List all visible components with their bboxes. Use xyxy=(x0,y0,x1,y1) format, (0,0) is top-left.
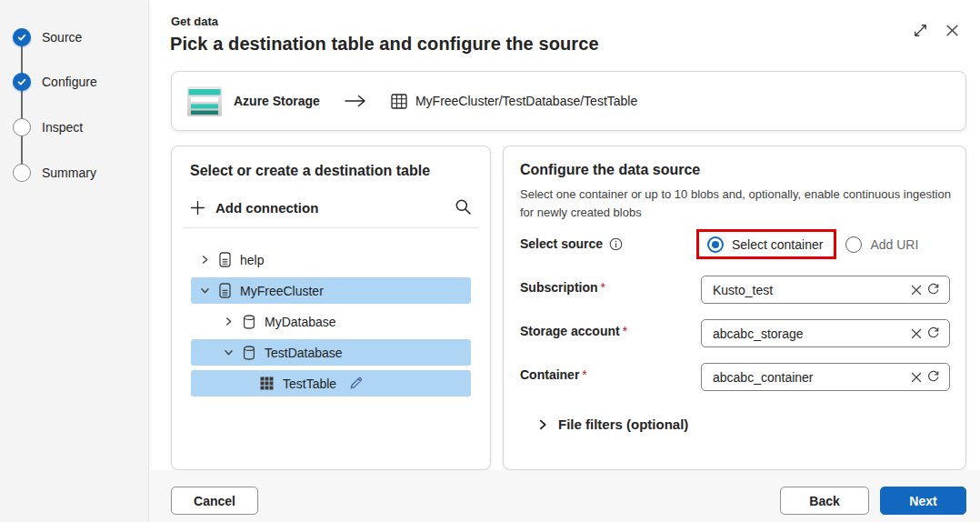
cluster-icon xyxy=(219,252,231,267)
subscription-field[interactable] xyxy=(701,276,950,304)
tree-item-label: TestTable xyxy=(283,376,336,391)
close-icon xyxy=(945,24,959,37)
container-input[interactable] xyxy=(713,370,908,385)
chevron-down-icon[interactable] xyxy=(224,347,235,357)
search-icon xyxy=(455,198,475,216)
info-icon xyxy=(609,237,623,251)
configure-panel: Configure the data source Select one con… xyxy=(503,146,966,470)
step-empty-icon xyxy=(13,118,31,136)
storage-account-label: Storage account* xyxy=(520,324,627,338)
next-button[interactable]: Next xyxy=(880,487,966,515)
step-label: Summary xyxy=(42,164,96,182)
file-filters-label: File filters (optional) xyxy=(558,417,688,432)
file-filters-expander[interactable]: File filters (optional) xyxy=(537,417,688,432)
cancel-button[interactable]: Cancel xyxy=(171,487,258,515)
pencil-icon xyxy=(348,376,364,391)
clear-subscription-button[interactable] xyxy=(908,282,925,298)
arrow-right-icon xyxy=(344,94,367,108)
table-icon xyxy=(260,376,274,390)
configure-panel-description: Select one container or up to 10 blobs a… xyxy=(520,186,955,222)
step-empty-icon xyxy=(13,164,31,182)
dialog-footer: Cancel Back Next xyxy=(149,470,980,522)
clear-icon xyxy=(910,371,923,384)
chevron-right-icon[interactable] xyxy=(200,255,211,265)
tree-item-help[interactable]: help xyxy=(191,246,471,273)
stepper-sidebar: Source Configure Inspect Summary xyxy=(0,0,149,522)
subscription-input[interactable] xyxy=(713,283,908,297)
clear-icon xyxy=(910,284,923,296)
storage-account-field[interactable] xyxy=(701,319,950,347)
source-name: Azure Storage xyxy=(234,94,320,108)
required-marker: * xyxy=(582,367,586,382)
edit-table-button[interactable] xyxy=(348,376,364,391)
stepper-step-inspect[interactable]: Inspect xyxy=(0,118,149,136)
add-connection-label: Add connection xyxy=(215,200,318,216)
radio-add-uri[interactable] xyxy=(845,236,862,253)
select-source-label: Select source xyxy=(520,236,603,251)
container-label: Container* xyxy=(520,367,587,382)
close-dialog-button[interactable] xyxy=(942,20,962,40)
tree-item-testdatabase[interactable]: TestDatabase xyxy=(191,339,471,366)
tree-item-testtable[interactable]: TestTable xyxy=(191,370,471,397)
chevron-right-icon xyxy=(537,419,548,430)
cluster-tree: help MyFreeCluster MyDatabase xyxy=(191,246,471,401)
destination-table-icon xyxy=(391,94,407,109)
step-label: Inspect xyxy=(42,118,83,136)
radio-select-container-label[interactable]: Select container xyxy=(732,237,823,252)
stepper-step-summary[interactable]: Summary xyxy=(0,164,149,182)
container-field[interactable] xyxy=(701,363,950,391)
step-label: Source xyxy=(42,28,82,46)
radio-add-uri-option: Add URI xyxy=(845,236,918,253)
clear-storage-account-button[interactable] xyxy=(908,326,925,342)
database-icon xyxy=(243,346,255,360)
dialog-eyebrow: Get data xyxy=(171,15,218,28)
page-title: Pick a destination table and configure t… xyxy=(170,34,599,55)
storage-account-input[interactable] xyxy=(713,326,908,341)
stepper-step-source[interactable]: Source xyxy=(0,28,149,46)
refresh-container-button[interactable] xyxy=(925,368,942,386)
annotation-highlight-box: Select container xyxy=(696,229,836,259)
refresh-icon xyxy=(926,283,940,296)
tree-item-label: help xyxy=(240,253,264,267)
select-source-radio-group: Select container Add URI xyxy=(696,229,918,259)
cluster-icon xyxy=(219,283,231,298)
clear-container-button[interactable] xyxy=(908,369,925,386)
step-complete-icon xyxy=(13,73,31,91)
tree-item-label: MyFreeCluster xyxy=(240,284,324,298)
back-button[interactable]: Back xyxy=(780,487,869,515)
tree-item-mydatabase[interactable]: MyDatabase xyxy=(191,308,471,335)
refresh-icon xyxy=(926,370,940,384)
configure-panel-title: Configure the data source xyxy=(520,162,700,178)
refresh-icon xyxy=(926,326,940,340)
step-complete-icon xyxy=(13,28,31,46)
tree-item-myfreecluster[interactable]: MyFreeCluster xyxy=(191,277,471,304)
required-marker: * xyxy=(601,280,605,295)
add-connection-button[interactable]: Add connection xyxy=(190,196,318,218)
source-summary-bar: Azure Storage MyFreeCluster/TestDatabase… xyxy=(171,71,966,131)
divider xyxy=(183,227,479,228)
stepper-connector-line xyxy=(21,37,23,173)
tree-item-label: TestDatabase xyxy=(265,346,343,360)
search-button[interactable] xyxy=(455,196,475,216)
step-label: Configure xyxy=(42,73,97,91)
radio-add-uri-label[interactable]: Add URI xyxy=(870,237,918,252)
azure-storage-icon xyxy=(187,86,222,116)
chevron-down-icon[interactable] xyxy=(200,286,211,296)
refresh-subscription-button[interactable] xyxy=(925,281,942,298)
required-marker: * xyxy=(623,324,627,338)
plus-icon xyxy=(190,200,205,216)
subscription-label: Subscription* xyxy=(520,280,605,295)
destination-panel-title: Select or create a destination table xyxy=(190,163,430,179)
database-icon xyxy=(243,315,255,329)
radio-select-container[interactable] xyxy=(707,236,724,253)
expand-dialog-button[interactable] xyxy=(910,20,930,40)
destination-panel: Select or create a destination table Add… xyxy=(171,146,491,470)
stepper-step-configure[interactable]: Configure xyxy=(0,73,149,91)
select-source-label-row: Select source xyxy=(520,236,623,251)
tree-item-label: MyDatabase xyxy=(265,315,336,329)
refresh-storage-account-button[interactable] xyxy=(925,325,942,342)
chevron-right-icon[interactable] xyxy=(224,316,235,326)
expand-icon xyxy=(913,23,928,38)
clear-icon xyxy=(910,327,923,340)
info-button[interactable] xyxy=(609,237,623,251)
